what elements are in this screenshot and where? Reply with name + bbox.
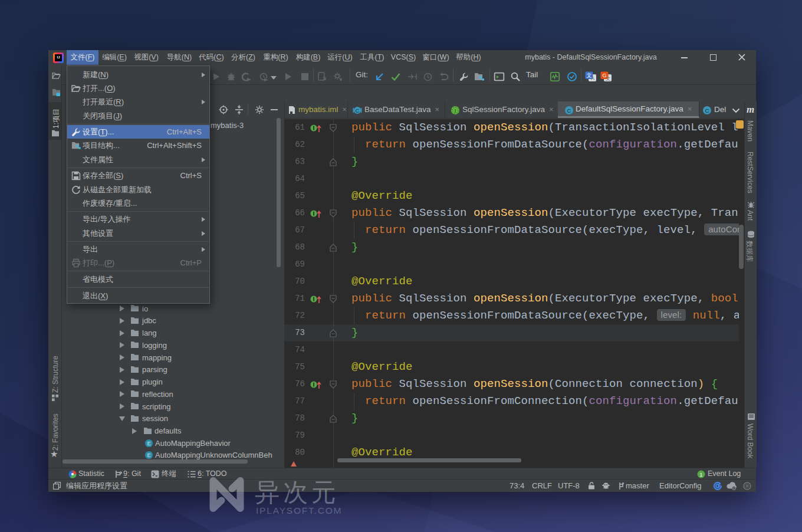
svg-text:C: C xyxy=(705,107,709,114)
svg-text:A: A xyxy=(591,75,594,81)
svg-text:E: E xyxy=(147,452,150,458)
svg-text:E: E xyxy=(147,440,150,446)
svg-text:C: C xyxy=(567,107,571,114)
svg-text:1: 1 xyxy=(699,471,702,478)
svg-text:文: 文 xyxy=(606,75,611,81)
